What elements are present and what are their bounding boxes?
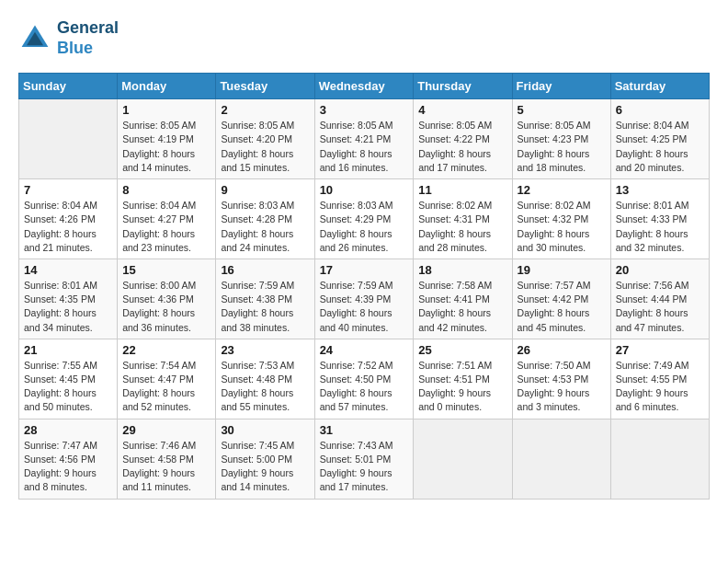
week-row-2: 7Sunrise: 8:04 AMSunset: 4:26 PMDaylight… [19,179,710,259]
day-number: 28 [24,423,112,437]
day-number: 13 [616,183,704,197]
day-cell: 26Sunrise: 7:50 AMSunset: 4:53 PMDayligh… [512,339,610,419]
day-detail: Sunrise: 8:02 AMSunset: 4:31 PMDaylight:… [418,199,506,255]
day-detail: Sunrise: 8:05 AMSunset: 4:23 PMDaylight:… [518,119,606,175]
col-header-friday: Friday [512,74,610,99]
day-detail: Sunrise: 8:02 AMSunset: 4:32 PMDaylight:… [518,199,606,255]
day-cell: 19Sunrise: 7:57 AMSunset: 4:42 PMDayligh… [512,259,610,339]
day-number: 29 [122,423,210,437]
day-cell: 25Sunrise: 7:51 AMSunset: 4:51 PMDayligh… [414,339,512,419]
day-number: 22 [122,343,210,357]
day-cell: 12Sunrise: 8:02 AMSunset: 4:32 PMDayligh… [512,179,610,259]
day-number: 20 [616,263,704,277]
day-number: 31 [320,423,409,437]
day-detail: Sunrise: 8:00 AMSunset: 4:36 PMDaylight:… [122,279,210,335]
day-number: 10 [320,183,409,197]
day-number: 23 [221,343,309,357]
logo-icon [18,22,51,55]
day-cell: 15Sunrise: 8:00 AMSunset: 4:36 PMDayligh… [118,259,216,339]
day-detail: Sunrise: 8:05 AMSunset: 4:19 PMDaylight:… [122,119,210,175]
day-cell: 20Sunrise: 7:56 AMSunset: 4:44 PMDayligh… [610,259,709,339]
day-detail: Sunrise: 8:01 AMSunset: 4:33 PMDaylight:… [616,199,704,255]
day-detail: Sunrise: 7:57 AMSunset: 4:42 PMDaylight:… [518,279,606,335]
day-number: 6 [616,103,704,117]
day-number: 24 [320,343,409,357]
day-detail: Sunrise: 8:05 AMSunset: 4:21 PMDaylight:… [320,119,409,175]
col-header-saturday: Saturday [610,74,709,99]
day-detail: Sunrise: 7:50 AMSunset: 4:53 PMDaylight:… [518,359,606,415]
day-number: 27 [616,343,704,357]
day-number: 25 [418,343,506,357]
day-cell: 14Sunrise: 8:01 AMSunset: 4:35 PMDayligh… [19,259,118,339]
col-header-thursday: Thursday [414,74,512,99]
day-detail: Sunrise: 7:59 AMSunset: 4:39 PMDaylight:… [320,279,409,335]
day-cell: 6Sunrise: 8:04 AMSunset: 4:25 PMDaylight… [610,99,709,179]
day-number: 7 [24,183,112,197]
day-number: 3 [320,103,409,117]
day-cell: 9Sunrise: 8:03 AMSunset: 4:28 PMDaylight… [216,179,314,259]
page-header: General Blue [18,18,710,58]
day-number: 21 [24,343,112,357]
day-detail: Sunrise: 7:49 AMSunset: 4:55 PMDaylight:… [616,359,704,415]
calendar-table: SundayMondayTuesdayWednesdayThursdayFrid… [18,73,710,499]
col-header-sunday: Sunday [19,74,118,99]
day-detail: Sunrise: 8:01 AMSunset: 4:35 PMDaylight:… [24,279,112,335]
day-number: 1 [122,103,210,117]
calendar-header-row: SundayMondayTuesdayWednesdayThursdayFrid… [19,74,710,99]
day-number: 30 [221,423,309,437]
day-cell: 1Sunrise: 8:05 AMSunset: 4:19 PMDaylight… [118,99,216,179]
day-detail: Sunrise: 7:52 AMSunset: 4:50 PMDaylight:… [320,359,409,415]
day-cell: 23Sunrise: 7:53 AMSunset: 4:48 PMDayligh… [216,339,314,419]
day-cell: 4Sunrise: 8:05 AMSunset: 4:22 PMDaylight… [414,99,512,179]
col-header-wednesday: Wednesday [314,74,414,99]
day-cell: 29Sunrise: 7:46 AMSunset: 4:58 PMDayligh… [118,419,216,499]
day-cell: 22Sunrise: 7:54 AMSunset: 4:47 PMDayligh… [118,339,216,419]
day-cell: 18Sunrise: 7:58 AMSunset: 4:41 PMDayligh… [414,259,512,339]
day-cell: 27Sunrise: 7:49 AMSunset: 4:55 PMDayligh… [610,339,709,419]
day-detail: Sunrise: 7:53 AMSunset: 4:48 PMDaylight:… [221,359,309,415]
day-cell [19,99,118,179]
day-number: 17 [320,263,409,277]
day-detail: Sunrise: 7:58 AMSunset: 4:41 PMDaylight:… [418,279,506,335]
day-number: 18 [418,263,506,277]
day-number: 15 [122,263,210,277]
day-cell [414,419,512,499]
logo: General Blue [18,18,119,58]
day-cell: 28Sunrise: 7:47 AMSunset: 4:56 PMDayligh… [19,419,118,499]
week-row-3: 14Sunrise: 8:01 AMSunset: 4:35 PMDayligh… [19,259,710,339]
week-row-4: 21Sunrise: 7:55 AMSunset: 4:45 PMDayligh… [19,339,710,419]
day-number: 9 [221,183,309,197]
day-cell: 8Sunrise: 8:04 AMSunset: 4:27 PMDaylight… [118,179,216,259]
day-number: 5 [518,103,606,117]
day-cell [610,419,709,499]
col-header-monday: Monday [118,74,216,99]
day-number: 12 [518,183,606,197]
day-number: 16 [221,263,309,277]
day-cell: 7Sunrise: 8:04 AMSunset: 4:26 PMDaylight… [19,179,118,259]
day-cell: 2Sunrise: 8:05 AMSunset: 4:20 PMDaylight… [216,99,314,179]
day-detail: Sunrise: 7:55 AMSunset: 4:45 PMDaylight:… [24,359,112,415]
day-number: 14 [24,263,112,277]
day-cell: 3Sunrise: 8:05 AMSunset: 4:21 PMDaylight… [314,99,414,179]
day-cell: 13Sunrise: 8:01 AMSunset: 4:33 PMDayligh… [610,179,709,259]
day-cell: 31Sunrise: 7:43 AMSunset: 5:01 PMDayligh… [314,419,414,499]
day-number: 2 [221,103,309,117]
day-number: 26 [518,343,606,357]
day-cell: 24Sunrise: 7:52 AMSunset: 4:50 PMDayligh… [314,339,414,419]
day-detail: Sunrise: 7:54 AMSunset: 4:47 PMDaylight:… [122,359,210,415]
day-detail: Sunrise: 8:04 AMSunset: 4:26 PMDaylight:… [24,199,112,255]
day-detail: Sunrise: 8:04 AMSunset: 4:25 PMDaylight:… [616,119,704,175]
day-cell: 5Sunrise: 8:05 AMSunset: 4:23 PMDaylight… [512,99,610,179]
day-detail: Sunrise: 7:51 AMSunset: 4:51 PMDaylight:… [418,359,506,415]
day-detail: Sunrise: 8:03 AMSunset: 4:28 PMDaylight:… [221,199,309,255]
day-cell [512,419,610,499]
day-detail: Sunrise: 8:05 AMSunset: 4:22 PMDaylight:… [418,119,506,175]
day-cell: 30Sunrise: 7:45 AMSunset: 5:00 PMDayligh… [216,419,314,499]
day-detail: Sunrise: 7:43 AMSunset: 5:01 PMDaylight:… [320,439,409,495]
day-cell: 11Sunrise: 8:02 AMSunset: 4:31 PMDayligh… [414,179,512,259]
day-detail: Sunrise: 7:47 AMSunset: 4:56 PMDaylight:… [24,439,112,495]
col-header-tuesday: Tuesday [216,74,314,99]
day-detail: Sunrise: 8:03 AMSunset: 4:29 PMDaylight:… [320,199,409,255]
day-detail: Sunrise: 7:45 AMSunset: 5:00 PMDaylight:… [221,439,309,495]
day-number: 19 [518,263,606,277]
